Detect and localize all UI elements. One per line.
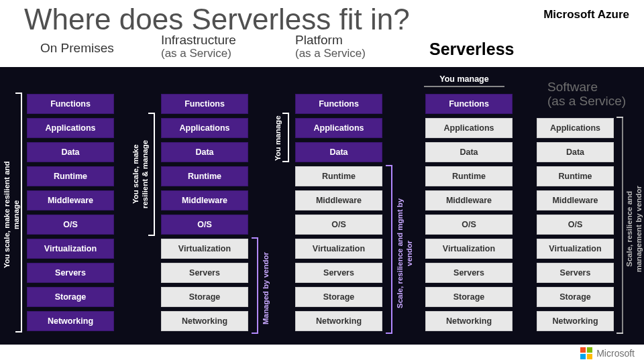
- layer-cell: Middleware: [537, 190, 614, 210]
- layer-cell: O/S: [425, 215, 513, 235]
- layer-cell: Storage: [425, 287, 513, 307]
- col-head-saas: Software(as a Service): [547, 80, 626, 109]
- bracket-icon: [152, 114, 155, 235]
- layer-cell: Functions: [27, 94, 114, 114]
- layer-cell: Middleware: [161, 190, 248, 210]
- layer-cell: Storage: [27, 287, 114, 307]
- layer-cell: Functions: [295, 94, 382, 114]
- side-label-onprem: You scale, make resilient and manage: [3, 147, 21, 282]
- col-head-paas: Platform(as a Service): [295, 34, 366, 60]
- svg-rect-3: [587, 354, 592, 359]
- svg-rect-2: [580, 354, 586, 359]
- layer-cell: Middleware: [27, 190, 114, 210]
- layer-cell: O/S: [537, 215, 614, 235]
- bracket-icon: [286, 114, 289, 161]
- page-title: Where does Serverless fit in?: [24, 3, 410, 36]
- stack-onprem: Functions Applications Data Runtime Midd…: [27, 94, 114, 335]
- layer-cell: Runtime: [27, 166, 114, 186]
- layer-cell: Data: [425, 142, 513, 162]
- bracket-icon: [255, 239, 258, 333]
- layer-cell: Virtualization: [27, 239, 114, 259]
- layer-cell: Storage: [295, 287, 382, 307]
- layer-cell: Applications: [425, 118, 513, 138]
- layer-cell: Networking: [425, 311, 513, 331]
- layer-cell: Applications: [161, 118, 248, 138]
- layer-cell: Runtime: [161, 166, 248, 186]
- layer-cell: Servers: [425, 263, 513, 283]
- layer-cell: Servers: [27, 263, 114, 283]
- layer-cell: Networking: [27, 311, 114, 331]
- layer-cell: Runtime: [537, 166, 614, 186]
- layer-cell: Data: [161, 142, 248, 162]
- layer-cell: Applications: [27, 118, 114, 138]
- layer-cell: Functions: [161, 94, 248, 114]
- layer-cell: Servers: [537, 263, 614, 283]
- layer-cell: Data: [27, 142, 114, 162]
- layer-cell: Networking: [295, 311, 382, 331]
- footer-brand: Microsoft: [580, 347, 635, 359]
- layer-cell: Servers: [295, 263, 382, 283]
- stack-serverless: Functions Applications Data Runtime Midd…: [425, 94, 513, 335]
- side-label-saas: Scale, resilience and management by vend…: [625, 165, 644, 292]
- layer-cell: Runtime: [425, 166, 513, 186]
- stack-saas: Applications Data Runtime Middleware O/S…: [537, 118, 614, 335]
- col-head-iaas: Infrastructure(as a Service): [161, 34, 236, 60]
- layer-cell: Virtualization: [537, 239, 614, 259]
- layer-cell: Virtualization: [425, 239, 513, 259]
- layer-cell: O/S: [161, 215, 248, 235]
- layer-cell: Networking: [537, 311, 614, 331]
- you-manage-top-label: You manage: [424, 72, 504, 87]
- layer-cell: Middleware: [425, 190, 513, 210]
- side-label-iaas-vendor: Managed by vendor: [262, 248, 271, 328]
- bracket-icon: [389, 166, 392, 333]
- col-head-serverless: Serverless: [429, 40, 515, 59]
- layer-cell: Runtime: [295, 166, 382, 186]
- layer-cell: Applications: [537, 118, 614, 138]
- layer-cell: Data: [295, 142, 382, 162]
- layer-cell: Storage: [537, 287, 614, 307]
- brand-label: Microsoft Azure: [543, 8, 629, 21]
- stack-iaas: Functions Applications Data Runtime Midd…: [161, 94, 248, 335]
- side-label-paas-vendor: Scale, resilience and mgmt by vendor: [396, 186, 415, 320]
- col-head-onprem: On Premises: [40, 42, 114, 56]
- layer-cell: Servers: [161, 263, 248, 283]
- layer-cell: Functions: [425, 94, 513, 114]
- layer-cell: Virtualization: [295, 239, 382, 259]
- layer-cell: O/S: [27, 215, 114, 235]
- layer-cell: Storage: [161, 287, 248, 307]
- stack-paas: Functions Applications Data Runtime Midd…: [295, 94, 382, 335]
- layer-cell: Applications: [295, 118, 382, 138]
- svg-rect-0: [580, 347, 586, 353]
- layer-cell: Middleware: [295, 190, 382, 210]
- microsoft-logo-icon: [580, 347, 592, 359]
- side-label-iaas-you: You scale, make resilient & manage: [131, 127, 150, 221]
- layer-cell: Virtualization: [161, 239, 248, 259]
- bracket-icon: [620, 118, 623, 333]
- svg-rect-1: [587, 347, 592, 353]
- side-label-paas-you: You manage: [274, 114, 283, 162]
- layer-cell: O/S: [295, 215, 382, 235]
- layer-cell: Networking: [161, 311, 248, 331]
- layer-cell: Data: [537, 142, 614, 162]
